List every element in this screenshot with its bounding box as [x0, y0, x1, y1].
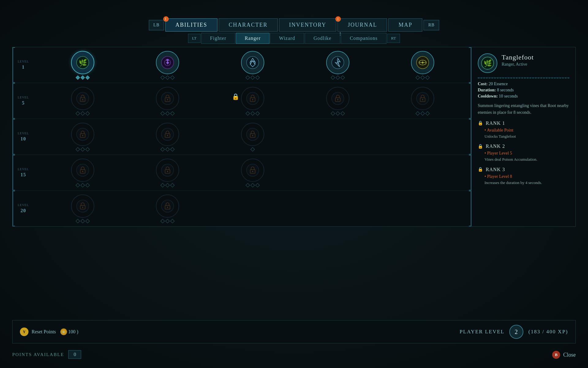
standalone-lock: 🔒	[232, 93, 239, 100]
ability-icon-2[interactable]: ✦	[156, 51, 179, 74]
rank-2-header: 🔒 RANK 2	[478, 144, 569, 149]
ability-icon-locked-5-1[interactable]	[71, 87, 94, 110]
svg-point-28	[252, 99, 253, 100]
ability-icon-locked-5-2[interactable]	[156, 87, 179, 110]
svg-point-49	[167, 171, 168, 172]
ability-icon-locked-20-2[interactable]	[156, 194, 179, 218]
rank-dot	[336, 111, 340, 116]
tab-character[interactable]: CHARACTER	[219, 18, 278, 32]
ability-slot-10-3[interactable]	[241, 123, 264, 151]
companions-exclaim: !	[339, 31, 341, 37]
tab-inventory[interactable]: INVENTORY	[279, 18, 337, 32]
abilities-exclaim: !	[163, 16, 169, 22]
ability-slot-5-4[interactable]	[326, 87, 349, 115]
ability-slot-5-2[interactable]	[156, 87, 179, 115]
level-label-20: LEVEL 20	[13, 203, 34, 214]
ability-slot-5-5[interactable]	[411, 87, 434, 115]
ability-slot-1-1[interactable]: 🌿	[71, 51, 94, 79]
ability-icon-5[interactable]	[411, 51, 434, 74]
level-label-1: LEVEL 1	[13, 59, 34, 71]
rank-dot	[416, 111, 420, 116]
ability-icon-locked-20-1[interactable]	[71, 194, 94, 218]
ability-slot-1-3[interactable]	[241, 51, 264, 79]
svg-point-38	[161, 128, 174, 140]
ability-slot-15-3[interactable]	[241, 159, 264, 187]
ability-icon-3[interactable]	[241, 51, 264, 74]
tanglefoot-svg: 🌿	[76, 56, 89, 69]
ability-slot-1-4[interactable]	[326, 51, 349, 79]
ability-icon-locked-15-1[interactable]	[71, 159, 94, 182]
ability-icon-4[interactable]	[326, 51, 349, 74]
svg-point-35	[77, 128, 89, 140]
tab-map[interactable]: MAP	[388, 18, 422, 32]
svg-point-29	[332, 92, 344, 105]
rank-dot	[76, 111, 80, 116]
info-panel: 🌿 Tanglefoot Ranger, Active Cost: 20 Ess…	[472, 47, 576, 227]
ability-icon-locked-5-3[interactable]	[241, 87, 264, 110]
ability-slot-15-1[interactable]	[71, 159, 94, 187]
subtab-godlike[interactable]: Godlike	[305, 33, 341, 44]
ability-slot-20-1[interactable]	[71, 194, 94, 223]
ability-slots-row1: 🌿	[34, 51, 471, 79]
ability-slot-5-3[interactable]: 🔒	[241, 87, 264, 115]
gold-cost: ● 100 )	[60, 328, 78, 335]
svg-point-26	[247, 92, 259, 105]
ability-icon-locked-15-3[interactable]	[241, 159, 264, 182]
gold-amount: 100	[68, 329, 76, 335]
ability-slot-1-2[interactable]: ✦	[156, 51, 179, 79]
ability-icon-locked-10-3[interactable]	[241, 123, 264, 146]
rank-2-lock-icon: 🔒	[478, 144, 483, 149]
wind-svg	[246, 56, 259, 69]
locked-svg	[76, 92, 89, 105]
subtab-ranger[interactable]: Ranger	[236, 33, 270, 44]
ability-slot-10-2[interactable]	[156, 123, 179, 151]
b-button-icon: B	[552, 351, 560, 359]
ability-slot-10-1[interactable]	[71, 123, 94, 151]
ability-icon-locked-15-2[interactable]	[156, 159, 179, 182]
skill-cost: Cost: 20 Essence	[478, 82, 569, 86]
level-row-1: LEVEL 1 🌿	[13, 47, 471, 83]
ability-slot-1-5[interactable]	[411, 51, 434, 79]
rank-3-label: RANK 3	[486, 167, 505, 172]
rank-dots-5-1	[76, 112, 89, 115]
abilities-panel: LEVEL 1 🌿	[12, 47, 472, 227]
tab-journal[interactable]: ! JOURNAL	[337, 18, 387, 32]
sub-shoulder-right[interactable]: RT	[387, 34, 400, 43]
rank-dot	[425, 111, 430, 116]
rank-dot	[420, 111, 425, 116]
ability-slot-5-1[interactable]	[71, 87, 94, 115]
rank-dot	[341, 75, 345, 80]
rank-dot	[160, 219, 165, 223]
shoulder-right[interactable]: RB	[424, 20, 439, 30]
xp-label: (183 / 400 XP)	[528, 329, 568, 335]
top-nav: LB ! ABILITIES CHARACTER INVENTORY ! JOU…	[0, 0, 588, 32]
svg-point-44	[77, 164, 89, 176]
tab-abilities[interactable]: ! ABILITIES	[165, 18, 217, 32]
rank-dots-5-3	[246, 112, 259, 115]
rank-1-desc: Unlocks Tanglefoot	[484, 133, 569, 140]
ability-icon-locked-5-5[interactable]	[411, 87, 434, 110]
rank-dots-1-4	[331, 76, 344, 79]
subtab-wizard[interactable]: Wizard	[270, 33, 304, 44]
ability-icon-locked-5-4[interactable]	[326, 87, 349, 110]
ability-slot-20-2[interactable]	[156, 194, 179, 223]
ability-icon-locked-10-1[interactable]	[71, 123, 94, 146]
svg-point-31	[337, 99, 338, 100]
ability-icon-locked-10-2[interactable]	[156, 123, 179, 146]
level-label-15: LEVEL 15	[13, 167, 34, 178]
rank-dot	[331, 75, 335, 80]
rank-dot	[420, 75, 425, 80]
rank-dot	[165, 219, 170, 223]
sub-shoulder-left[interactable]: LT	[188, 34, 201, 43]
shoulder-left[interactable]: LB	[149, 20, 164, 30]
level-badge: 2	[509, 325, 523, 339]
ability-slot-15-2[interactable]	[156, 159, 179, 187]
subtab-fighter[interactable]: Fighter	[201, 33, 235, 44]
ability-icon-tanglefoot[interactable]: 🌿	[71, 51, 94, 74]
subtab-companions[interactable]: ! Companions	[341, 33, 386, 44]
close-button[interactable]: B Close	[552, 351, 576, 359]
locked-svg-4	[331, 92, 345, 105]
rank-dot	[76, 183, 80, 187]
rank-dot	[416, 75, 420, 80]
reset-button[interactable]: Y Reset Points ● 100 )	[20, 328, 78, 336]
